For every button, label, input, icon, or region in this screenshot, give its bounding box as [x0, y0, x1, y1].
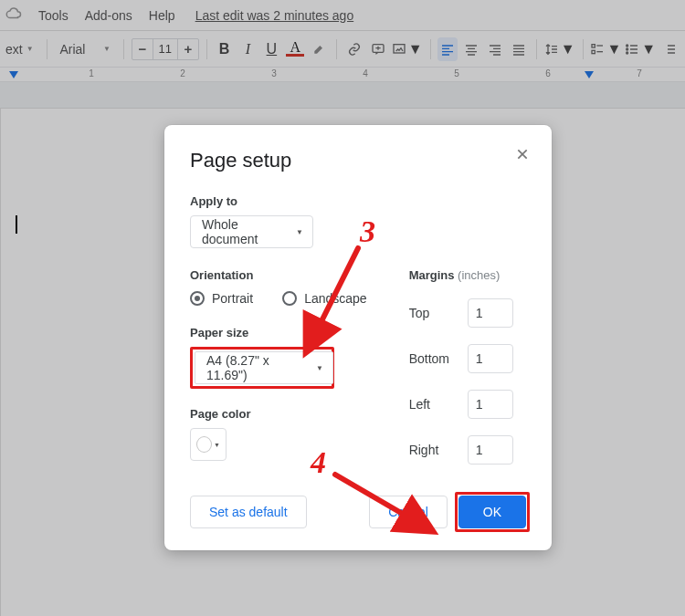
annotation-highlight-paper-size: A4 (8.27" x 11.69") ▼: [190, 347, 334, 389]
apply-to-dropdown[interactable]: Whole document ▼: [190, 215, 313, 248]
margin-right-input[interactable]: [468, 435, 513, 465]
orientation-portrait-label: Portrait: [212, 291, 253, 306]
cancel-button[interactable]: Cancel: [369, 496, 448, 528]
page-setup-dialog: Page setup Apply to Whole document ▼ Ori…: [164, 125, 552, 550]
paper-size-value: A4 (8.27" x 11.69"): [206, 353, 311, 382]
margin-left-label: Left: [409, 397, 455, 412]
margin-bottom-input[interactable]: [468, 344, 513, 373]
page-color-dropdown[interactable]: ▼: [190, 428, 227, 461]
paper-size-label: Paper size: [190, 326, 367, 339]
margin-left-input[interactable]: [468, 390, 513, 419]
chevron-down-icon: ▼: [296, 228, 303, 236]
chevron-down-icon: ▼: [316, 364, 323, 372]
page-color-label: Page color: [190, 407, 367, 421]
color-swatch-icon: [196, 436, 212, 453]
orientation-label: Orientation: [190, 268, 367, 282]
orientation-landscape-label: Landscape: [304, 291, 367, 306]
margin-right-label: Right: [409, 443, 455, 457]
orientation-portrait-radio[interactable]: Portrait: [190, 291, 253, 306]
apply-to-value: Whole document: [202, 217, 290, 246]
dialog-title: Page setup: [190, 149, 526, 172]
margin-top-input[interactable]: [468, 298, 513, 328]
radio-selected-icon: [190, 291, 205, 306]
orientation-landscape-radio[interactable]: Landscape: [282, 291, 367, 306]
apply-to-label: Apply to: [190, 194, 526, 208]
set-as-default-button[interactable]: Set as default: [190, 496, 307, 528]
close-button[interactable]: [511, 147, 533, 169]
margins-label: Margins (inches): [409, 268, 526, 282]
margin-top-label: Top: [409, 306, 455, 320]
ok-button[interactable]: OK: [458, 496, 526, 528]
radio-unselected-icon: [282, 291, 297, 306]
margin-bottom-label: Bottom: [409, 351, 455, 366]
chevron-down-icon: ▼: [214, 442, 220, 448]
paper-size-dropdown[interactable]: A4 (8.27" x 11.69") ▼: [195, 351, 333, 384]
